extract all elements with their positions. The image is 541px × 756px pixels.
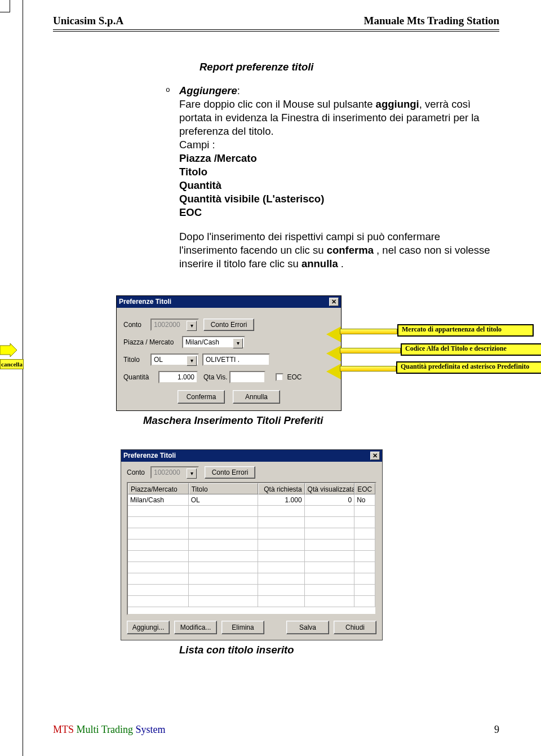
piazza-value: Milan/Cash (185, 338, 219, 346)
dialog1-title: Preferenze Titoli (119, 296, 171, 308)
grid-row-empty (128, 528, 375, 540)
chevron-down-icon: ▾ (187, 356, 197, 366)
p2e: . (338, 258, 344, 269)
grid-row-empty (128, 562, 375, 573)
page-number: 9 (494, 724, 499, 736)
salva-button[interactable]: Salva (286, 621, 329, 634)
footer-brand: MTS Multi Trading System (53, 724, 166, 736)
page-left-margin-line (23, 0, 23, 756)
col-qta-rich[interactable]: Qtà richiesta (258, 483, 305, 494)
main-content: Report preferenze titoli o Aggiungere: F… (166, 60, 499, 271)
conto-label: Conto (123, 321, 150, 329)
page-body: Unicasim S.p.A Manuale Mts Trading Stati… (53, 15, 499, 656)
piazza-dropdown[interactable]: Milan/Cash▾ (182, 336, 245, 348)
p2-annulla: annulla (301, 258, 338, 269)
dialog-preferenze-titoli-list: Preferenze Titoli ✕ Conto 1002000▾ Conto… (121, 449, 383, 640)
caption-maschera: Maschera Inserimento Titoli Preferiti (143, 414, 499, 427)
modifica-button[interactable]: Modifica... (174, 621, 217, 634)
conto-dropdown-2[interactable]: 1002000▾ (150, 466, 199, 479)
chevron-down-icon: ▾ (187, 321, 197, 331)
grid-row-empty (128, 551, 375, 562)
titolo-desc-field: OLIVETTI . (202, 353, 270, 366)
conto-value: 1002000 (154, 321, 180, 329)
preferenze-grid[interactable]: Piazza/Mercato Titolo Qtà richiesta Qtà … (127, 482, 376, 615)
campo-quantita: Quantità (179, 179, 221, 191)
piazza-label: Piazza / Mercato (123, 338, 182, 346)
col-titolo[interactable]: Titolo (189, 483, 258, 494)
grid-row-empty (128, 517, 375, 528)
footer-multi: Multi (77, 724, 101, 735)
dialog1-body: Conto 1002000▾ Conto Errori Piazza / Mer… (117, 308, 341, 410)
conto-errori-button-2[interactable]: Conto Errori (205, 466, 255, 479)
conto-value-2: 1002000 (154, 468, 180, 476)
cancella-fragment: cancella (0, 359, 24, 369)
svg-marker-0 (0, 343, 17, 357)
dialog2-titlebar[interactable]: Preferenze Titoli ✕ (121, 450, 382, 462)
header-right: Manuale Mts Trading Station (363, 15, 499, 27)
campo-titolo: Titolo (179, 166, 207, 178)
col-eoc[interactable]: EOC (354, 483, 375, 494)
titolo-label: Titolo (123, 356, 150, 364)
col-piazza[interactable]: Piazza/Mercato (128, 483, 189, 494)
grid-row-empty (128, 506, 375, 517)
elimina-button[interactable]: Elimina (221, 621, 264, 634)
p1-aggiungi: aggiungi (376, 98, 419, 110)
campo-qtavis: Quantità visibile (L'asterisco) (179, 193, 324, 205)
quantita-label: Quantità (123, 373, 158, 381)
aggiungi-button[interactable]: Aggiungi... (127, 621, 170, 634)
col-qta-vis[interactable]: Qtà visualizzata (305, 483, 355, 494)
bullet-marker: o (166, 84, 179, 95)
aggiungere-label: Aggiungere (179, 85, 237, 96)
page-header: Unicasim S.p.A Manuale Mts Trading Stati… (53, 15, 499, 27)
dialog2-title: Preferenze Titoli (123, 450, 176, 462)
quantita-input[interactable]: 1.000 (158, 371, 198, 383)
campi-lbl: Campi : (179, 139, 215, 151)
dialog-preferenze-titoli-insert: Preferenze Titoli ✕ Conto 1002000▾ Conto… (116, 295, 342, 411)
footer-mts: MTS (53, 724, 74, 735)
bullet-aggiungere: o Aggiungere: Fare doppio clic con il Mo… (166, 84, 499, 271)
titolo-value: OL (154, 356, 163, 364)
conferma-button[interactable]: Conferma (178, 390, 225, 404)
conto-dropdown[interactable]: 1002000▾ (150, 319, 199, 331)
eoc-label: EOC (287, 373, 301, 381)
grid-header: Piazza/Mercato Titolo Qtà richiesta Qtà … (128, 483, 375, 494)
chiudi-button[interactable]: Chiudi (334, 621, 376, 634)
callout-quantita: Quantità predefinita ed asterisco Predef… (396, 361, 541, 374)
annulla-button[interactable]: Annulla (233, 390, 280, 404)
grid-row[interactable]: Milan/Cash OL 1.000 0 No (128, 494, 375, 506)
p1a: Fare doppio clic con il Mouse sul pulsan… (179, 98, 376, 110)
page-footer: MTS Multi Trading System 9 (53, 724, 499, 736)
cell-titolo: OL (189, 494, 258, 506)
p2-conferma: conferma (327, 244, 374, 256)
para2: Dopo l'inserimento dei rispettivi campi … (179, 230, 499, 271)
eoc-checkbox[interactable] (276, 373, 283, 381)
close-icon[interactable]: ✕ (329, 298, 339, 306)
cell-qta-vis: 0 (305, 494, 355, 506)
grid-row-empty (128, 540, 375, 551)
side-arrow (0, 343, 17, 357)
close-icon[interactable]: ✕ (370, 452, 380, 460)
campo-eoc: EOC (179, 206, 202, 218)
footer-trading: Trading (101, 724, 136, 735)
header-left: Unicasim S.p.A (53, 15, 123, 27)
titolo-dropdown[interactable]: OL▾ (150, 353, 199, 366)
chevron-down-icon: ▾ (233, 338, 243, 348)
header-rule (53, 29, 499, 31)
cell-qta-rich: 1.000 (258, 494, 305, 506)
grid-row-empty (128, 585, 375, 596)
callout-codice: Codice Alfa del Titolo e descrizione (401, 343, 541, 356)
colon: : (237, 85, 240, 96)
campo-piazza: Piazza /Mercato (179, 152, 257, 164)
cell-piazza: Milan/Cash (128, 494, 189, 506)
caption-lista: Lista con titolo inserito (179, 644, 499, 656)
qtavis-label: Qta Vis. (203, 373, 227, 381)
dialog1-titlebar[interactable]: Preferenze Titoli ✕ (117, 296, 341, 308)
grid-row-empty (128, 573, 375, 585)
cell-eoc: No (354, 494, 375, 506)
grid-row-empty (128, 596, 375, 607)
footer-system: System (136, 724, 166, 735)
conto-errori-button[interactable]: Conto Errori (203, 319, 254, 331)
bullet-body: Aggiungere: Fare doppio clic con il Mous… (179, 84, 499, 271)
chevron-down-icon: ▾ (187, 468, 197, 479)
qtavis-input[interactable] (229, 371, 265, 383)
